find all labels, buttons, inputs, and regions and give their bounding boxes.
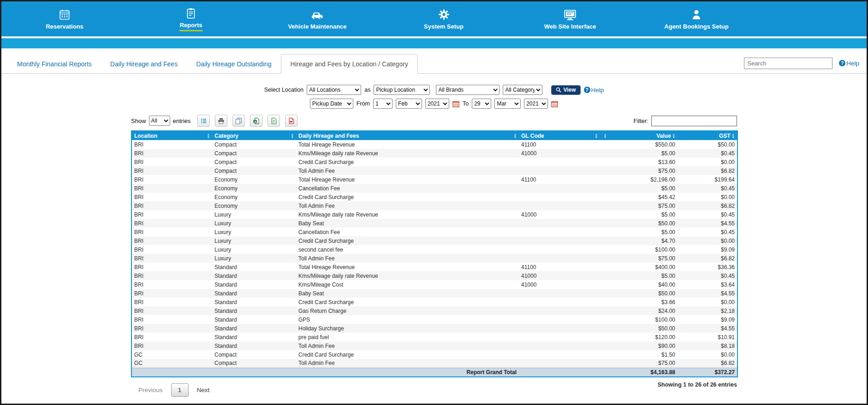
sort-icon[interactable]: ▲▼ [595, 133, 598, 138]
nav-item-reports[interactable]: Reports [128, 1, 254, 36]
from-day-select[interactable]: 1 [373, 99, 392, 109]
gear-icon [438, 8, 450, 21]
cell-daily-hireage-and-fees: Baby Seat [296, 219, 519, 228]
cell-location: BRI [131, 210, 212, 219]
tab-hireage-and-fees-by-location-category[interactable]: Hireage and Fees by Location / Category [281, 54, 418, 74]
export-buttons: X [197, 115, 297, 127]
tab-daily-hireage-outstanding[interactable]: Daily Hireage Outstanding [187, 54, 280, 73]
from-calendar-icon[interactable] [452, 100, 459, 107]
cell-spacer [600, 333, 610, 341]
nav-label-reports: Reports [179, 22, 202, 31]
cell-gl-code [519, 219, 600, 228]
from-month-select[interactable]: Feb [396, 99, 422, 109]
cell-gst: $4.55 [678, 289, 737, 298]
search-input[interactable] [744, 58, 832, 69]
secondary-nav-strip [1, 38, 867, 48]
filters-help-link[interactable]: ? Help [584, 87, 604, 94]
to-day-select[interactable]: 29 [472, 99, 491, 109]
help-link[interactable]: ? Help [839, 60, 859, 67]
view-button[interactable]: View [551, 85, 580, 95]
excel-export-button[interactable]: X [250, 115, 262, 127]
cell-spacer [600, 254, 610, 263]
cell-location: BRI [131, 289, 212, 298]
table-filter-input[interactable] [651, 116, 737, 126]
cell-gl-code: 41000 [519, 271, 600, 280]
pdf-export-button[interactable] [285, 115, 297, 127]
cell-gst: $199.64 [678, 175, 737, 184]
grand-total-gst: $372.27 [678, 368, 737, 377]
cell-value: $5.00 [610, 149, 678, 158]
nav-item-vehicle-maintenance[interactable]: Vehicle Maintenance [254, 1, 380, 36]
cell-location: BRI [131, 184, 212, 193]
cell-value: $75.00 [610, 201, 678, 210]
previous-page-button[interactable]: Previous [138, 387, 163, 393]
page-1-button[interactable]: 1 [171, 383, 189, 397]
select-location-label: Select Location [264, 87, 303, 93]
copy-button[interactable] [232, 115, 245, 127]
column-header-value[interactable]: Value▲▼ [610, 131, 678, 140]
brands-select[interactable]: All Brands [436, 85, 499, 95]
sort-icon[interactable]: ▲▼ [291, 133, 294, 138]
cell-value: $50.00 [610, 324, 678, 333]
cell-category: Luxury [212, 228, 296, 236]
cell-category: Standard [212, 333, 296, 341]
cell-gl-code: 41100 [519, 140, 600, 149]
report-table: Location▲▼Category▲▼Daily Hireage and Fe… [131, 130, 738, 377]
cell-value: $5.00 [610, 210, 678, 219]
column-header-location[interactable]: Location▲▼ [131, 131, 212, 140]
cell-spacer [600, 184, 610, 193]
from-year-select[interactable]: 2021 [425, 99, 449, 109]
cell-spacer [600, 263, 610, 271]
column-visibility-button[interactable] [197, 115, 210, 127]
column-label: Category [214, 133, 238, 139]
location-type-select[interactable]: Pickup Location [374, 85, 430, 95]
column-header-spacer[interactable]: ▲▼ [600, 131, 610, 140]
cell-category: Economy [212, 193, 296, 201]
show-entries-select[interactable]: All [149, 116, 170, 126]
cell-spacer [600, 228, 610, 236]
cell-gst: $4.55 [678, 219, 737, 228]
question-mark-icon: ? [839, 60, 845, 66]
pagination-row: Previous 1 Next Showing 1 to 26 of 26 en… [131, 382, 737, 397]
to-year-select[interactable]: 2021 [524, 99, 548, 109]
sort-icon[interactable]: ▲▼ [672, 133, 675, 138]
tab-daily-hireage-and-fees[interactable]: Daily Hireage and Fees [101, 54, 187, 73]
person-icon [690, 8, 702, 21]
to-calendar-icon[interactable] [551, 100, 558, 107]
csv-export-button[interactable] [268, 115, 280, 127]
cell-value: $120.00 [610, 333, 678, 341]
sort-icon[interactable]: ▲▼ [732, 133, 735, 138]
cell-location: BRI [131, 175, 212, 184]
nav-item-reservations[interactable]: Reservations [1, 1, 128, 36]
cell-daily-hireage-and-fees: pre paid fuel [296, 333, 519, 341]
cell-location: BRI [131, 228, 212, 236]
table-row: GCCompactToll Admin Fee$75.00$6.82 [131, 359, 737, 368]
column-header-category[interactable]: Category▲▼ [212, 131, 296, 140]
date-type-select[interactable]: Pickup Date [310, 99, 353, 109]
cell-category: Standard [212, 280, 296, 289]
cell-category: Compact [212, 149, 296, 158]
column-header-gst[interactable]: GST▲▼ [678, 131, 737, 140]
sort-icon[interactable]: ▲▼ [207, 133, 210, 138]
cell-gst: $4.55 [678, 324, 737, 333]
to-month-select[interactable]: Mar [494, 99, 521, 109]
location-select[interactable]: All Locations [307, 85, 361, 95]
tab-label: Daily Hireage and Fees [110, 60, 178, 68]
category-select[interactable]: All Category [503, 85, 542, 95]
sort-icon[interactable]: ▲▼ [514, 133, 517, 138]
nav-item-web-site-interface[interactable]: Web Site Interface [507, 1, 633, 36]
tab-monthly-financial-reports[interactable]: Monthly Financial Reports [8, 54, 101, 73]
cell-value: $75.00 [610, 254, 678, 263]
next-page-button[interactable]: Next [197, 387, 210, 393]
nav-item-system-setup[interactable]: System Setup [380, 1, 507, 36]
cell-spacer [600, 359, 610, 368]
nav-item-agent-bookings-setup[interactable]: Agent Bookings Setup [633, 1, 760, 36]
cell-category: Standard [212, 341, 296, 350]
cell-value: $50.00 [610, 219, 678, 228]
sort-icon[interactable]: ▲▼ [604, 133, 606, 138]
print-button[interactable] [215, 115, 227, 127]
column-header-daily-hireage-and-fees[interactable]: Daily Hireage and Fees▲▼ [296, 131, 519, 140]
cell-value: $13.60 [610, 158, 678, 166]
table-row: BRILuxuryKms/Mileage daily rate Revenue4… [131, 210, 737, 219]
column-header-gl-code[interactable]: GL Code▲▼ [519, 131, 600, 140]
